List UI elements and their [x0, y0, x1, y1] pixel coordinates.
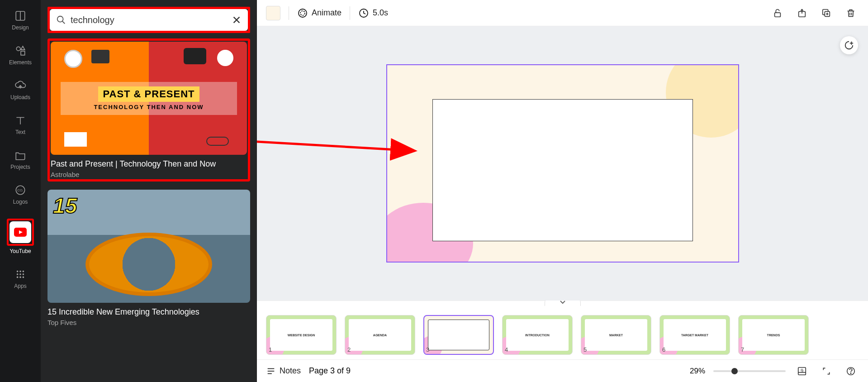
notes-label: Notes [280, 366, 301, 376]
svg-point-18 [57, 16, 63, 22]
left-nav: Design Elements Uploads Text Projects CO… [0, 0, 41, 382]
canvas-area[interactable] [257, 26, 868, 301]
result-author: Astrolabe [51, 171, 247, 178]
divider [289, 6, 289, 20]
nav-uploads[interactable]: Uploads [0, 76, 41, 103]
nav-elements-label: Elements [9, 59, 32, 66]
divider [350, 6, 350, 20]
help-button[interactable] [843, 363, 859, 379]
svg-point-9 [17, 271, 19, 272]
svg-point-23 [300, 11, 305, 15]
result-title: 15 Incredible New Emerging Technologies [47, 307, 250, 317]
search-input[interactable] [71, 15, 232, 25]
thumb-badge: 15 [53, 193, 77, 218]
slide-item[interactable]: 3 [423, 315, 494, 355]
copy-button[interactable] [818, 5, 835, 21]
youtube-icon [9, 221, 31, 243]
result-thumbnail: PAST & PRESENT TECHNOLOGY THEN AND NOW [51, 42, 247, 155]
svg-text:CO.: CO. [17, 188, 23, 192]
svg-line-19 [62, 21, 65, 24]
slides-list[interactable]: WEBSITE DESIGN1 AGENDA2 3 INTRODUCTION4 … [257, 310, 868, 359]
zoom-slider[interactable] [713, 370, 786, 372]
slide-number: 5 [583, 346, 587, 353]
nav-apps-label: Apps [14, 283, 26, 289]
page-count: 9 [797, 367, 807, 375]
slide-number: 1 [269, 346, 272, 353]
slide-number: 3 [426, 346, 429, 353]
design-icon [14, 10, 27, 22]
nav-uploads-label: Uploads [10, 94, 30, 100]
nav-youtube-label: YouTube [9, 248, 31, 254]
uploads-icon [14, 79, 27, 92]
thumb-subtitle: TECHNOLOGY THEN AND NOW [61, 104, 237, 110]
add-page-button[interactable] [840, 36, 858, 54]
result-item[interactable]: PAST & PRESENT TECHNOLOGY THEN AND NOW P… [47, 38, 250, 181]
svg-point-10 [19, 271, 21, 272]
result-author: Top Fives [47, 319, 250, 326]
svg-point-17 [23, 277, 24, 278]
projects-icon [14, 149, 27, 162]
nav-logos-label: Logos [13, 199, 28, 205]
clear-search-button[interactable] [232, 15, 242, 25]
animate-label: Animate [312, 8, 342, 18]
animate-icon [297, 8, 308, 19]
zoom-value: 29% [690, 367, 705, 376]
side-panel: PAST & PRESENT TECHNOLOGY THEN AND NOW P… [41, 0, 257, 382]
slide-item[interactable]: TRENDS7 [738, 315, 809, 355]
svg-rect-3 [21, 51, 25, 55]
result-item[interactable]: 15 15 Incredible New Emerging Technologi… [47, 190, 250, 326]
text-icon [14, 114, 27, 127]
delete-button[interactable] [843, 5, 859, 21]
svg-point-40 [850, 372, 851, 373]
duration-button[interactable]: 5.0s [358, 8, 388, 19]
svg-point-2 [16, 47, 20, 51]
nav-text-label: Text [15, 129, 25, 135]
svg-point-16 [19, 277, 21, 278]
slide-strip: WEBSITE DESIGN1 AGENDA2 3 INTRODUCTION4 … [257, 301, 868, 359]
slide-number: 6 [662, 346, 665, 353]
nav-text[interactable]: Text [0, 111, 41, 138]
clock-icon [358, 8, 369, 19]
slide-item[interactable]: WEBSITE DESIGN1 [266, 315, 337, 355]
animate-button[interactable]: Animate [297, 8, 342, 19]
nav-design[interactable]: Design [0, 7, 41, 33]
background-color-swatch[interactable] [266, 6, 280, 20]
result-title: Past and Present | Technology Then and N… [51, 159, 247, 169]
nav-apps[interactable]: Apps [0, 265, 41, 292]
slide-number: 2 [347, 346, 351, 353]
footer: Notes Page 3 of 9 29% 9 9 [257, 359, 868, 382]
export-button[interactable] [794, 5, 810, 21]
grid-view-button[interactable]: 9 [794, 363, 810, 379]
fullscreen-button[interactable] [818, 363, 835, 379]
page-canvas[interactable] [386, 64, 739, 263]
elements-icon [14, 44, 27, 57]
svg-point-11 [23, 271, 24, 272]
slide-number: 7 [741, 346, 744, 353]
content-frame[interactable] [432, 99, 693, 241]
svg-point-12 [17, 273, 19, 275]
svg-point-22 [299, 9, 307, 17]
slide-item[interactable]: INTRODUCTION4 [502, 315, 573, 355]
search-icon [56, 15, 66, 25]
toolbar: Animate 5.0s [257, 0, 868, 26]
main-area: Animate 5.0s WEBSITE DESIGN1 AGEND [257, 0, 868, 382]
lock-button[interactable] [769, 5, 786, 21]
nav-design-label: Design [12, 24, 28, 31]
slide-item[interactable]: TARGET MARKET6 [659, 315, 730, 355]
thumb-title: PAST & PRESENT [98, 86, 199, 102]
svg-point-13 [19, 273, 21, 275]
slide-item[interactable]: AGENDA2 [345, 315, 415, 355]
slide-number: 4 [505, 346, 508, 353]
svg-point-15 [17, 277, 19, 278]
logos-icon: CO. [14, 184, 27, 196]
nav-elements[interactable]: Elements [0, 42, 41, 68]
notes-icon [266, 366, 276, 376]
nav-projects[interactable]: Projects [0, 146, 41, 173]
apps-icon [14, 268, 27, 281]
page-indicator: Page 3 of 9 [309, 366, 351, 376]
notes-button[interactable]: Notes [266, 366, 301, 376]
slide-item[interactable]: MARKET5 [581, 315, 651, 355]
nav-youtube[interactable]: YouTube [0, 216, 41, 257]
duration-label: 5.0s [373, 8, 388, 18]
nav-logos[interactable]: CO. Logos [0, 181, 41, 208]
